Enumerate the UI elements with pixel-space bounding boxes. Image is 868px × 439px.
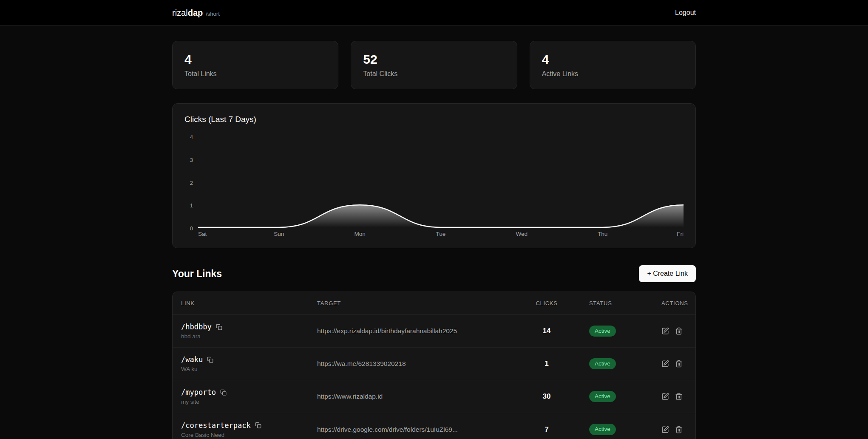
stat-value: 4: [542, 52, 684, 66]
stat-card-total-links: 4 Total Links: [172, 41, 338, 89]
brand-suffix: /short: [206, 11, 220, 17]
copy-icon[interactable]: [255, 422, 261, 428]
edit-icon[interactable]: [661, 393, 669, 400]
table-row: /hbdbby hbd ara https://exp.rizaldap.id/…: [173, 315, 695, 348]
link-cell: /waku WA ku: [181, 355, 317, 372]
link-note: Core Basic Need: [181, 432, 317, 438]
chart-svg: [198, 137, 684, 228]
chart-y-axis: 43210: [184, 137, 193, 228]
stat-label: Total Clicks: [363, 70, 505, 78]
link-path: /myporto: [181, 388, 216, 397]
y-axis-tick: 4: [190, 134, 193, 140]
status-cell: Active: [572, 424, 661, 435]
x-axis-label: Sun: [274, 231, 284, 237]
link-path: /hbdbby: [181, 323, 212, 331]
y-axis-tick: 3: [190, 156, 193, 163]
column-header-link: LINK: [181, 300, 317, 306]
y-axis-tick: 2: [190, 179, 193, 186]
link-note: WA ku: [181, 366, 317, 372]
link-clicks: 14: [521, 327, 572, 335]
link-cell: /corestarterpack Core Basic Need: [181, 421, 317, 438]
stat-card-active-links: 4 Active Links: [530, 41, 696, 89]
clicks-chart-card: Clicks (Last 7 Days) 43210 SatSunMonTueW…: [172, 103, 696, 248]
x-axis-label: Mon: [355, 231, 366, 237]
copy-icon[interactable]: [220, 389, 227, 396]
link-target: https://exp.rizaldap.id/birthdayfarahnab…: [317, 327, 521, 335]
link-path: /waku: [181, 355, 203, 364]
delete-icon[interactable]: [675, 360, 683, 368]
x-axis-label: Sat: [198, 231, 207, 237]
stat-card-total-clicks: 52 Total Clicks: [351, 41, 517, 89]
delete-icon[interactable]: [675, 426, 683, 433]
logout-link[interactable]: Logout: [675, 9, 696, 17]
y-axis-tick: 1: [190, 202, 193, 209]
column-header-target: TARGET: [317, 300, 521, 306]
link-clicks: 30: [521, 392, 572, 401]
link-clicks: 7: [521, 425, 572, 434]
navbar: rizaldap /short Logout: [0, 0, 868, 25]
table-row: /waku WA ku https://wa.me/6281339020218 …: [173, 348, 695, 380]
column-header-status: STATUS: [572, 300, 661, 306]
main-content: 4 Total Links 52 Total Clicks 4 Active L…: [172, 41, 696, 439]
table-row: /corestarterpack Core Basic Need https:/…: [173, 413, 695, 439]
column-header-actions: ACTIONS: [661, 300, 687, 306]
stat-label: Active Links: [542, 70, 684, 78]
link-target: https://wa.me/6281339020218: [317, 360, 521, 368]
actions-cell: [661, 360, 687, 368]
status-badge: Active: [589, 424, 616, 435]
chart-x-axis: SatSunMonTueWedThuFri: [198, 231, 684, 238]
edit-icon[interactable]: [661, 360, 669, 368]
link-clicks: 1: [521, 360, 572, 368]
table-row: /myporto my site https://www.rizaldap.id…: [173, 380, 695, 413]
chart-area-fill: [198, 205, 684, 227]
y-axis-tick: 0: [190, 225, 193, 232]
table-header-row: LINK TARGET CLICKS STATUS ACTIONS: [173, 292, 695, 315]
link-cell: /myporto my site: [181, 388, 317, 405]
delete-icon[interactable]: [675, 327, 683, 335]
status-badge: Active: [589, 358, 616, 369]
link-target: https://www.rizaldap.id: [317, 393, 521, 400]
actions-cell: [661, 327, 687, 335]
page-title: Your Links: [172, 268, 222, 280]
chart-plot-area: SatSunMonTueWedThuFri: [198, 137, 684, 238]
status-cell: Active: [572, 358, 661, 369]
stat-value: 52: [363, 52, 505, 66]
brand-primary: rizal: [172, 8, 188, 18]
copy-icon[interactable]: [216, 324, 222, 330]
x-axis-label: Thu: [598, 231, 607, 237]
delete-icon[interactable]: [675, 393, 683, 400]
actions-cell: [661, 393, 687, 400]
link-path: /corestarterpack: [181, 421, 251, 430]
links-section-header: Your Links + Create Link: [172, 265, 696, 282]
stats-row: 4 Total Links 52 Total Clicks 4 Active L…: [172, 41, 696, 89]
status-cell: Active: [572, 326, 661, 337]
link-cell: /hbdbby hbd ara: [181, 323, 317, 340]
brand-bold: dap: [188, 8, 203, 18]
clicks-chart: 43210 SatSunMonTueWedThuFri: [184, 137, 684, 238]
create-link-button[interactable]: + Create Link: [639, 265, 696, 282]
actions-cell: [661, 426, 687, 433]
link-note: my site: [181, 399, 317, 405]
edit-icon[interactable]: [661, 426, 669, 433]
link-note: hbd ara: [181, 333, 317, 340]
status-badge: Active: [589, 326, 616, 337]
link-target: https://drive.google.com/drive/folders/1…: [317, 426, 521, 433]
stat-label: Total Links: [184, 70, 326, 78]
x-axis-label: Fri: [677, 231, 684, 237]
edit-icon[interactable]: [661, 327, 669, 335]
status-cell: Active: [572, 391, 661, 402]
stat-value: 4: [184, 52, 326, 66]
x-axis-label: Tue: [436, 231, 446, 237]
chart-title: Clicks (Last 7 Days): [184, 115, 684, 124]
links-table: LINK TARGET CLICKS STATUS ACTIONS /hbdbb…: [172, 292, 696, 439]
brand-logo[interactable]: rizaldap /short: [172, 8, 220, 18]
column-header-clicks: CLICKS: [521, 300, 572, 306]
status-badge: Active: [589, 391, 616, 402]
copy-icon[interactable]: [207, 357, 213, 363]
x-axis-label: Wed: [516, 231, 528, 237]
chart-line: [198, 205, 684, 227]
